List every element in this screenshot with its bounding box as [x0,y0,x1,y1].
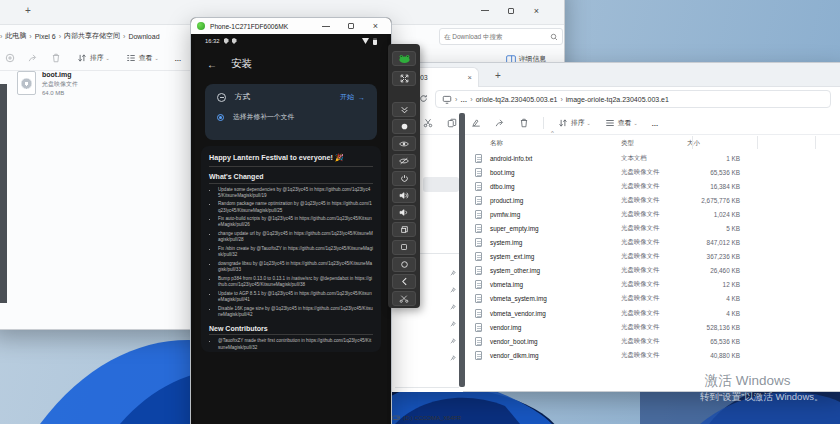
column-divider[interactable] [757,136,758,149]
chevron-left-icon [401,277,408,286]
table-row[interactable]: vendor_dlkm.img 光盘映像文件 40,880 KB [473,348,840,362]
rename-icon[interactable] [471,118,481,128]
breadcrumb-this-pc[interactable]: 此电脑 [5,31,26,41]
file-name: boot.img [42,71,78,78]
new-item-icon[interactable] [5,53,15,63]
volume-down-button[interactable] [392,205,416,220]
table-row[interactable]: vbmeta_vendor.img 光盘映像文件 4 KB [473,306,840,320]
screenshot-button[interactable] [392,119,416,134]
greeting-text: Happy Lantern Festival to everyone! 🎉 [209,153,373,167]
nav-drive-item[interactable]: (D:) CCCOMA_X64FR [392,414,461,421]
table-row[interactable]: vbmeta_system.img 光盘映像文件 4 KB [473,292,840,306]
nav-pane-scrollbar[interactable] [459,113,465,387]
table-row[interactable]: android-info.txt 文本文档 1 KB [473,151,840,165]
app-switch-button[interactable] [392,222,416,237]
app-green-icon [197,22,205,30]
this-pc-icon [442,95,452,104]
scrcpy-toolbar [388,44,420,308]
phone-title-bar[interactable]: Phone-1C271FDF6006MK × [191,18,391,34]
expand-arrows-icon [400,74,409,83]
table-row[interactable]: system_other.img 光盘映像文件 26,460 KB [473,264,840,278]
screen-off-button[interactable] [392,154,416,169]
app-logo-button[interactable] [392,51,416,66]
table-row[interactable]: boot.img 光盘映像文件 65,536 KB [473,165,840,179]
view-icon [126,53,136,63]
app-switch-icon [400,225,409,234]
more-button[interactable]: … [175,55,183,62]
search-box[interactable] [439,28,563,45]
screen-on-button[interactable] [392,136,416,151]
file-name: pvmfw.img [486,211,621,218]
file-name: super_empty.img [486,225,621,232]
share-icon[interactable] [495,118,505,128]
list-header: ^ 名称 类型 大小 [473,135,840,151]
breadcrumb-download[interactable]: Download [128,33,159,40]
table-row[interactable]: vendor_boot.img 光盘映像文件 65,536 KB [473,334,840,348]
view-button[interactable]: 查看 ⌄ [605,118,638,128]
file-name: product.img [486,197,621,204]
nav-selected-item[interactable] [423,177,459,192]
table-row[interactable]: pvmfw.img 光盘映像文件 1,024 KB [473,207,840,221]
pin-icon [450,330,456,348]
view-button[interactable]: 查看 ⌄ [126,53,159,63]
table-row[interactable]: system.img 光盘映像文件 847,012 KB [473,236,840,250]
file-icon [475,266,482,275]
table-row[interactable]: product.img 光盘映像文件 2,675,776 KB [473,193,840,207]
maximize-button[interactable] [345,21,356,32]
new-tab-button[interactable]: + [25,5,31,16]
more-button[interactable]: … [652,120,660,127]
column-divider[interactable] [692,136,693,149]
delete-icon[interactable] [51,53,61,63]
column-name[interactable]: 名称 [486,139,621,148]
column-type[interactable]: 类型 [621,139,687,148]
share-icon[interactable] [28,53,38,63]
cut-icon[interactable] [423,118,433,128]
desktop: + × › 此电脑 › Pixel 6 › 内部共享存储空间 › Downloa… [0,0,840,424]
volume-up-button[interactable] [392,188,416,203]
minimize-button[interactable] [320,21,331,32]
activate-windows-hint: 转到“设置”以激活 Windows。 [700,391,824,404]
table-row[interactable]: dtbo.img 光盘映像文件 16,384 KB [473,179,840,193]
close-button[interactable]: × [370,21,381,32]
radio-selected-icon[interactable] [217,114,224,121]
column-divider[interactable] [815,136,816,149]
breadcrumb-ellipsis[interactable]: … [460,96,467,103]
new-tab-button[interactable]: + [495,71,501,81]
search-input[interactable] [440,33,550,40]
back-button[interactable] [392,274,416,289]
start-button[interactable]: 开始→ [340,92,365,102]
table-row[interactable]: super_empty.img 光盘映像文件 5 KB [473,221,840,235]
power-button[interactable] [392,171,416,186]
breadcrumb-image-folder[interactable]: image-oriole-tq2a.230405.003.e1 [566,96,669,103]
refresh-icon[interactable] [419,94,428,103]
breadcrumb-internal-storage[interactable]: 内部共享存储空间 [64,31,120,41]
maximize-button[interactable] [505,5,516,16]
sort-button[interactable]: 排序 ⌄ [558,118,591,128]
new-contributors-heading: New Contributors [209,325,373,336]
close-button[interactable]: × [531,5,542,16]
copy-icon[interactable] [447,118,457,128]
tab-close-icon[interactable]: × [468,73,472,82]
changelog-card[interactable]: Happy Lantern Festival to everyone! 🎉 Wh… [201,146,381,352]
breadcrumb-pixel6[interactable]: Pixel 6 [35,33,56,40]
boot-img-tile[interactable]: boot.img 光盘映像文件 64.0 MB [17,71,177,105]
file-name: vbmeta.img [486,281,621,288]
sort-button[interactable]: 排序 ⌄ [77,53,110,63]
minimize-button[interactable] [479,5,490,16]
fullscreen-button[interactable] [392,71,416,86]
scissors-button[interactable] [392,291,416,306]
breadcrumb-folder[interactable]: oriole-tq2a.230405.003.e1 [476,96,558,103]
collapse-button[interactable] [392,102,416,117]
back-arrow-icon[interactable]: ← [207,59,217,70]
address-pill[interactable]: › … › oriole-tq2a.230405.003.e1 › image-… [435,90,831,108]
phone-screen[interactable]: 16:32 ← 安装 方式 开始→ [195,34,387,424]
table-row[interactable]: vendor.img 光盘映像文件 528,136 KB [473,320,840,334]
delete-icon[interactable] [519,118,529,128]
file-name: vendor_dlkm.img [486,352,621,359]
table-row[interactable]: vbmeta.img 光盘映像文件 12 KB [473,278,840,292]
table-row[interactable]: system_ext.img 光盘映像文件 367,236 KB [473,250,840,264]
column-size[interactable]: 大小 [687,139,744,148]
home-button[interactable] [392,257,416,272]
patch-file-option[interactable]: 选择并修补一个文件 [233,112,294,122]
menu-button[interactable] [392,240,416,255]
